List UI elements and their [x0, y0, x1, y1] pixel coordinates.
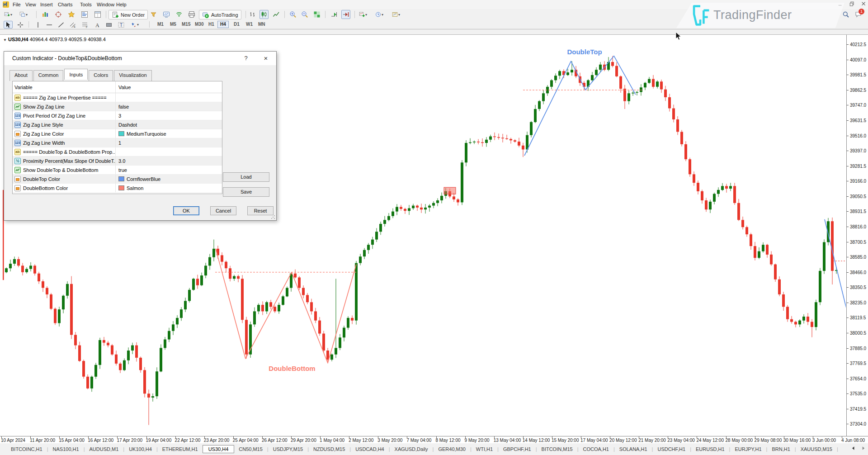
- param-value: Dashdot: [118, 122, 137, 128]
- inputs-table: Variable Value ab ===== Zig Zag Line Pro…: [12, 81, 222, 194]
- dialog-help-button[interactable]: ?: [241, 54, 251, 63]
- dialog-tab-colors[interactable]: Colors: [89, 70, 113, 81]
- price-axis-label: 39862.5: [850, 88, 866, 93]
- dialog-tab-visualization[interactable]: Visualization: [114, 70, 152, 81]
- color-swatch: [118, 176, 124, 181]
- time-axis[interactable]: 10 Apr 2024 11 Apr 20:00 15 Apr 04:00 16…: [0, 436, 868, 443]
- price-axis-label: 39631.5: [850, 118, 866, 123]
- param-value-cell[interactable]: true: [115, 166, 222, 174]
- time-axis-label: 23 May 04:00: [667, 438, 695, 443]
- tradingfinder-logo-icon: [690, 4, 711, 27]
- param-name: ===== Zig Zag Line Propertise =====: [23, 95, 107, 100]
- time-axis-label: 3 Jun 00:00: [812, 438, 836, 443]
- time-axis-label: 25 Apr 04:00: [233, 438, 259, 443]
- param-name: Show Zig Zag Line: [23, 104, 65, 109]
- price-tick: [847, 272, 849, 273]
- ok-button[interactable]: OK: [173, 206, 199, 215]
- dialog-tab-about[interactable]: About: [9, 70, 33, 81]
- param-row[interactable]: 123 Zig Zag Line Style Dashdot: [13, 120, 222, 129]
- param-value-cell[interactable]: [115, 147, 222, 156]
- dialog-tab-common[interactable]: Common: [33, 70, 64, 81]
- param-row[interactable]: DoubleTop Color CornflowerBlue: [13, 175, 222, 184]
- doubletop-label: DoubleTop: [567, 48, 602, 56]
- param-value-cell[interactable]: 3.0: [115, 156, 222, 165]
- load-button[interactable]: Load: [223, 172, 269, 182]
- dialog-tab-inputs[interactable]: Inputs: [64, 69, 88, 80]
- price-axis-label: 37769.5: [850, 361, 866, 366]
- price-tick: [847, 75, 849, 75]
- param-row[interactable]: ½ Proximity Percent(Max Slope Of DoubleT…: [13, 156, 222, 166]
- chart-title: ▼ US30,H4 40964.4 40973.9 40925.9 40938.…: [3, 37, 106, 42]
- param-value-cell[interactable]: Salmon: [115, 184, 222, 192]
- color-param-icon: [14, 176, 21, 182]
- price-axis-label: 38350.5: [850, 285, 866, 290]
- time-axis-label: 14 May 12:00: [523, 438, 550, 443]
- price-tick: [847, 151, 849, 151]
- time-axis-label: 8 May 12:00: [436, 438, 461, 443]
- param-value-cell[interactable]: 1: [115, 138, 222, 147]
- param-name: Zig Zag Line Width: [23, 140, 65, 146]
- bool-param-icon: [14, 167, 21, 173]
- price-axis-label: 38235.0: [850, 300, 866, 305]
- param-row[interactable]: Zig Zag Line Color MediumTurquoise: [13, 129, 222, 138]
- param-value-cell[interactable]: 3: [115, 111, 222, 120]
- bool-param-icon: [14, 104, 21, 110]
- price-tick: [847, 348, 849, 349]
- param-value-cell[interactable]: Dashdot: [115, 120, 222, 129]
- column-header-variable[interactable]: Variable: [13, 85, 115, 90]
- chart-quote-ohlc: 40964.4 40973.9 40925.9 40938.4: [30, 37, 106, 42]
- time-axis-label: 19 Apr 04:00: [146, 438, 172, 443]
- save-button[interactable]: Save: [223, 187, 269, 197]
- param-value: Salmon: [127, 185, 143, 191]
- param-name: DoubleTop Color: [23, 176, 60, 182]
- time-axis-label: 7 May 04:00: [406, 438, 431, 443]
- time-axis-label: 9 May 20:00: [465, 438, 490, 443]
- column-header-value[interactable]: Value: [115, 81, 222, 93]
- price-axis-label: 37885.0: [850, 346, 866, 351]
- param-row[interactable]: ab ===== Zig Zag Line Propertise =====: [13, 93, 222, 102]
- price-tick: [847, 393, 849, 394]
- price-axis-label: 38585.0: [850, 255, 866, 260]
- param-value-cell[interactable]: [115, 93, 222, 102]
- param-name: Show DoubleTop & DoubleBottom: [23, 167, 98, 173]
- param-row[interactable]: 123 Zig Zag Line Width 1: [13, 138, 222, 147]
- price-axis-label: 38466.0: [850, 270, 866, 275]
- price-axis[interactable]: 40212.5 40097.0 39981.5 39862.5 39747.0 …: [846, 35, 868, 436]
- param-value-cell[interactable]: MediumTurquoise: [115, 129, 222, 138]
- table-header: Variable Value: [13, 81, 222, 93]
- param-row[interactable]: DoubleBottom Color Salmon: [13, 184, 222, 193]
- param-value-cell[interactable]: CornflowerBlue: [115, 175, 222, 183]
- chart-collapse-icon[interactable]: ▼: [3, 38, 7, 42]
- param-name: DoubleBottom Color: [23, 185, 68, 191]
- cancel-button[interactable]: Cancel: [210, 206, 236, 215]
- price-tick: [847, 196, 849, 197]
- integer-param-icon: 123: [14, 113, 21, 119]
- price-axis-label: 37419.5: [850, 407, 866, 412]
- price-axis-label: 39281.5: [850, 164, 866, 169]
- time-axis-label: 15 May 20:00: [552, 438, 579, 443]
- time-axis-label: 16 Apr 12:00: [88, 438, 113, 443]
- dialog-close-button[interactable]: ×: [261, 54, 271, 63]
- price-axis-label: 38931.5: [850, 209, 866, 214]
- reset-button[interactable]: Reset: [247, 206, 274, 215]
- param-row[interactable]: Show Zig Zag Line false: [13, 102, 222, 111]
- dialog-tabs: AboutCommonInputsColorsVisualization: [9, 69, 153, 80]
- time-axis-label: 28 May 00:00: [726, 438, 753, 443]
- integer-param-icon: 123: [14, 122, 21, 128]
- param-value-cell[interactable]: false: [115, 102, 222, 111]
- color-param-icon: [14, 185, 21, 191]
- price-axis-label: 39397.0: [850, 148, 866, 153]
- dialog-resize-grip[interactable]: [271, 215, 275, 219]
- time-axis-label: 15 Apr 04:00: [59, 438, 85, 443]
- param-row[interactable]: Show DoubleTop & DoubleBottom true: [13, 166, 222, 175]
- price-tick: [847, 120, 849, 121]
- price-tick: [847, 60, 849, 60]
- time-axis-label: 29 May 08:00: [755, 438, 782, 443]
- price-axis-label: 39981.5: [850, 72, 866, 77]
- param-row[interactable]: ab ===== DoubleTop & DoubleBottom Prop..…: [13, 147, 222, 156]
- price-axis-label: 40212.5: [850, 42, 866, 47]
- param-row[interactable]: 123 Pivot Period Of Zig Zag Line 3: [13, 111, 222, 120]
- param-value: 3: [118, 113, 121, 118]
- price-tick: [847, 227, 849, 227]
- dialog-titlebar[interactable]: Custom Indicator - DoubleTop&DoubleBotto…: [4, 52, 276, 65]
